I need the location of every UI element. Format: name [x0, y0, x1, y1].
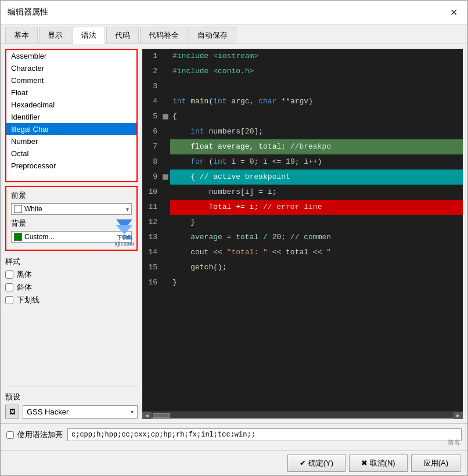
- code-line-5: 5 {: [142, 109, 463, 124]
- preset-arrow-icon: ▾: [131, 409, 134, 415]
- scroll-right-button[interactable]: ►: [453, 412, 463, 419]
- preset-section: 预设 🖼 GSS Hacker ▾: [5, 387, 138, 419]
- bg-swatch: [14, 233, 22, 241]
- style-label: 样式: [5, 257, 138, 267]
- list-item-assembler[interactable]: Assembler: [6, 50, 136, 62]
- preset-row: 🖼 GSS Hacker ▾: [5, 405, 138, 419]
- code-editor: 1 #include <iostream> 2 #include <conio.…: [142, 49, 463, 412]
- bold-checkbox[interactable]: [5, 271, 13, 279]
- line-num-4: 4: [142, 94, 161, 109]
- preset-label: 预设: [5, 392, 138, 402]
- underline-checkbox[interactable]: [5, 296, 13, 304]
- syntax-highlight-checkbox[interactable]: [6, 431, 14, 439]
- line-marker-14: [161, 245, 170, 260]
- line-num-6: 6: [142, 124, 161, 139]
- code-line-1: 1 #include <iostream>: [142, 49, 463, 64]
- syntax-highlight-checkbox-row: 使用语法加亮: [6, 430, 63, 440]
- line-num-10: 10: [142, 185, 161, 200]
- scroll-left-button[interactable]: ◄: [142, 412, 152, 419]
- tab-bar: 基本 显示 语法 代码 代码补全 自动保存: [1, 24, 467, 44]
- list-item-hexadecimal[interactable]: Hexadecimal: [6, 99, 136, 111]
- close-button[interactable]: ✕: [447, 5, 460, 19]
- background-dropdown[interactable]: Custom... ▾: [11, 231, 132, 243]
- button-row: 落客 ✔ 确定(Y) ✖ 取消(N) 应用(A): [1, 450, 467, 475]
- line-num-3: 3: [142, 79, 161, 94]
- line-num-15: 15: [142, 260, 161, 275]
- right-panel: 1 #include <iostream> 2 #include <conio.…: [142, 49, 463, 419]
- scroll-thumb[interactable]: [153, 413, 170, 418]
- list-item-octal[interactable]: Octal: [6, 147, 136, 160]
- line-marker-15: [161, 260, 170, 275]
- list-item-identifier[interactable]: Identifier: [6, 111, 136, 123]
- cancel-button[interactable]: ✖ 取消(N): [349, 455, 408, 472]
- foreground-dropdown[interactable]: White ▾: [11, 203, 132, 215]
- list-item-comment[interactable]: Comment: [6, 74, 136, 86]
- code-line-4: 4 int main(int argc, char **argv): [142, 94, 463, 109]
- scroll-track: [153, 413, 452, 418]
- syntax-highlight-label: 使用语法加亮: [17, 430, 63, 440]
- preset-dropdown[interactable]: GSS Hacker ▾: [23, 405, 138, 419]
- line-content-8: for (int i = 0; i <= 19; i++): [170, 154, 463, 170]
- dl-text: 下载集xjli.com: [114, 235, 134, 247]
- list-item-preprocessor[interactable]: Preprocessor: [6, 160, 136, 172]
- bottom-section: 使用语法加亮: [1, 423, 467, 450]
- line-num-9: 9: [142, 170, 161, 185]
- code-line-10: 10 numbers[i] = i;: [142, 185, 463, 200]
- line-num-1: 1: [142, 49, 161, 64]
- tab-autocomplete[interactable]: 代码补全: [140, 27, 188, 44]
- code-line-14: 14 cout << "total: " << total << ": [142, 245, 463, 260]
- breakpoint-marker-9: [163, 174, 168, 180]
- code-line-13: 13 average = total / 20; // commen: [142, 230, 463, 245]
- watermark-overlay: 下载集xjli.com: [114, 219, 134, 247]
- fg-swatch: [14, 205, 22, 213]
- italic-checkbox[interactable]: [5, 283, 13, 291]
- line-marker-4: [161, 94, 170, 109]
- line-marker-1: [161, 49, 170, 64]
- line-content-10: numbers[i] = i;: [170, 185, 463, 200]
- list-item-illegal-char[interactable]: Illegal Char: [6, 123, 136, 135]
- line-marker-2: [161, 64, 170, 79]
- underline-row: 下划线: [5, 295, 138, 305]
- dialog-title: 编辑器属性: [8, 7, 48, 17]
- tab-autosave[interactable]: 自动保存: [189, 27, 236, 44]
- line-marker-6: [161, 124, 170, 139]
- tab-code[interactable]: 代码: [106, 27, 139, 44]
- list-item-character[interactable]: Character: [6, 62, 136, 74]
- line-content-9: { // active breakpoint: [170, 170, 463, 185]
- preset-icon: 🖼: [5, 405, 19, 419]
- code-line-3: 3: [142, 79, 463, 94]
- line-content-11: Total += i; // error line: [170, 200, 463, 215]
- line-marker-9: [161, 170, 170, 185]
- list-item-number[interactable]: Number: [6, 135, 136, 147]
- line-marker-5: [161, 109, 170, 124]
- line-marker-11: [161, 200, 170, 215]
- syntax-list[interactable]: Assembler Character Comment Float Hexade…: [6, 50, 136, 181]
- italic-row: 斜体: [5, 282, 138, 293]
- code-lines: 1 #include <iostream> 2 #include <conio.…: [142, 49, 463, 412]
- style-section: 样式 黑体 斜体 下划线: [5, 254, 138, 310]
- line-content-12: }: [170, 215, 463, 230]
- code-line-16: 16 }: [142, 275, 463, 290]
- line-content-3: [170, 79, 463, 94]
- line-content-2: #include <conio.h>: [170, 64, 463, 79]
- left-panel: Assembler Character Comment Float Hexade…: [5, 49, 138, 419]
- fg-bg-section: 前景 White ▾ 背景 Custom... ▾: [5, 186, 138, 251]
- tab-display[interactable]: 显示: [39, 27, 71, 44]
- apply-button[interactable]: 应用(A): [411, 455, 460, 472]
- line-marker-13: [161, 230, 170, 245]
- line-marker-7: [161, 139, 170, 154]
- breakpoint-marker-5: [163, 114, 168, 120]
- bold-row: 黑体: [5, 269, 138, 280]
- tab-syntax[interactable]: 语法: [73, 27, 105, 44]
- line-num-12: 12: [142, 215, 161, 230]
- line-content-6: int numbers[20];: [170, 124, 463, 139]
- file-extensions-input[interactable]: [67, 428, 462, 441]
- line-content-4: int main(int argc, char **argv): [170, 94, 463, 109]
- code-line-11: 11 Total += i; // error line: [142, 200, 463, 215]
- syntax-list-container: Assembler Character Comment Float Hexade…: [5, 49, 138, 182]
- bold-label: 黑体: [17, 269, 32, 280]
- editor-scrollbar[interactable]: ◄ ►: [142, 412, 463, 419]
- ok-button[interactable]: ✔ 确定(Y): [287, 455, 345, 472]
- tab-basic[interactable]: 基本: [5, 27, 38, 44]
- list-item-float[interactable]: Float: [6, 86, 136, 99]
